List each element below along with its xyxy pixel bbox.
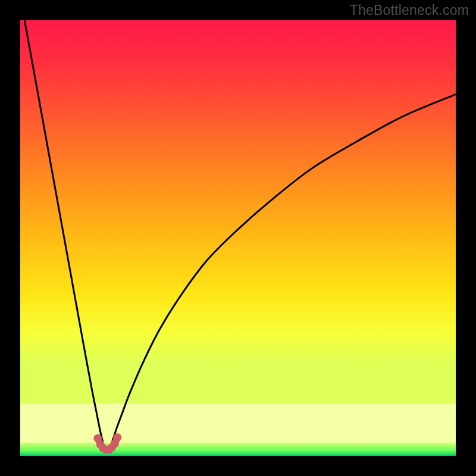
green-band xyxy=(20,443,456,456)
pale-band xyxy=(20,403,456,443)
watermark-text: TheBottleneck.com xyxy=(350,2,469,18)
notch-marker xyxy=(113,433,121,441)
plot-svg xyxy=(20,20,456,456)
chart-frame: TheBottleneck.com xyxy=(0,0,476,476)
plot-area xyxy=(20,20,456,456)
